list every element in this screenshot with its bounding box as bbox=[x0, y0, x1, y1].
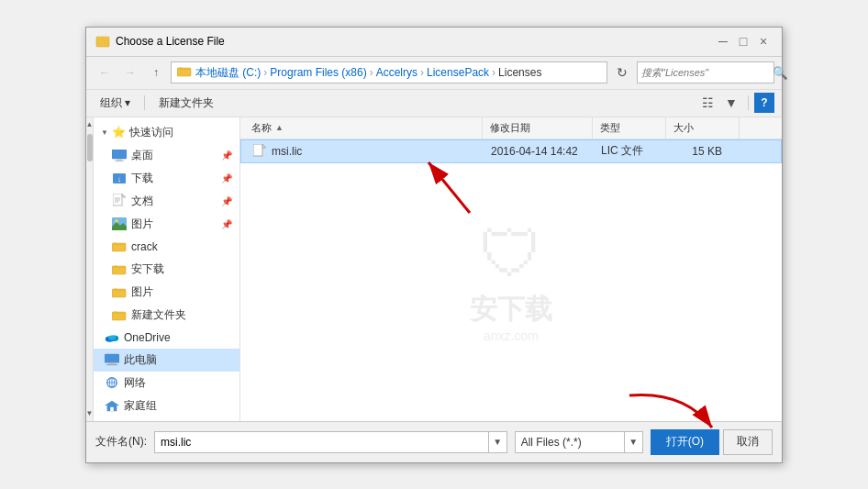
cancel-button[interactable]: 取消 bbox=[723, 429, 773, 455]
search-button[interactable]: 🔍 bbox=[773, 62, 788, 83]
sidebar-scrollbar[interactable]: ▲ ▼ bbox=[86, 117, 94, 421]
svg-rect-24 bbox=[106, 364, 117, 365]
scroll-up-arrow[interactable]: ▲ bbox=[86, 117, 93, 132]
close-button[interactable]: × bbox=[754, 32, 773, 50]
filetype-arrow-icon[interactable]: ▼ bbox=[624, 432, 642, 452]
breadcrumb-bar: 本地磁盘 (C:) › Program Files (x86) › Accelr… bbox=[171, 61, 607, 83]
sidebar-item-documents-label: 文档 bbox=[131, 194, 153, 209]
col-header-name[interactable]: 名称 ▲ bbox=[244, 117, 483, 139]
filename-input[interactable] bbox=[155, 436, 488, 449]
filetype-select[interactable]: All Files (*.*) ▼ bbox=[515, 431, 643, 453]
file-date-text: 2016-04-14 14:42 bbox=[491, 145, 578, 158]
sidebar-item-onedrive-label: OneDrive bbox=[124, 331, 171, 344]
svg-point-21 bbox=[108, 335, 116, 339]
sidebar-item-documents[interactable]: 文档 📌 bbox=[94, 190, 239, 213]
view-grid-button[interactable]: ☷ bbox=[696, 92, 718, 114]
scroll-thumb bbox=[87, 134, 93, 161]
sidebar-item-homegroup-label: 家庭组 bbox=[124, 398, 157, 414]
file-list-area: 名称 ▲ 修改日期 类型 大小 🛡 安下载 anxz bbox=[240, 117, 782, 421]
sidebar-item-network[interactable]: 网络 bbox=[94, 372, 239, 395]
sidebar-item-crack[interactable]: crack bbox=[94, 236, 239, 258]
breadcrumb-item-licenses: Licenses bbox=[498, 66, 541, 79]
breadcrumb-item-licensepack[interactable]: LicensePack bbox=[427, 66, 489, 79]
svg-marker-29 bbox=[105, 401, 119, 406]
documents-icon bbox=[112, 194, 127, 208]
pin-icon-documents: 📌 bbox=[221, 196, 232, 206]
organize-button[interactable]: 组织 ▾ bbox=[94, 93, 137, 114]
breadcrumb-item-accelrys[interactable]: Accelrys bbox=[376, 66, 417, 79]
svg-rect-31 bbox=[110, 407, 114, 411]
breadcrumb-item-c[interactable]: 本地磁盘 (C:) bbox=[195, 65, 261, 81]
main-content: ▲ ▼ ▼ ⭐ 快速访问 桌面 📌 bbox=[86, 117, 782, 421]
pictures2-folder-icon bbox=[112, 284, 127, 299]
col-header-type[interactable]: 类型 bbox=[593, 117, 666, 139]
col-header-size[interactable]: 大小 bbox=[666, 117, 740, 139]
view-dropdown-button[interactable]: ▼ bbox=[720, 92, 742, 114]
action-buttons: 打开(O) 取消 bbox=[651, 429, 773, 455]
svg-rect-2 bbox=[112, 150, 127, 159]
sidebar-item-onedrive[interactable]: OneDrive bbox=[94, 327, 239, 349]
filename-label: 文件名(N): bbox=[95, 434, 147, 450]
filename-dropdown-button[interactable]: ▼ bbox=[488, 432, 506, 452]
dialog-icon bbox=[95, 34, 110, 49]
open-button[interactable]: 打开(O) bbox=[651, 429, 719, 455]
minimize-button[interactable]: ─ bbox=[714, 32, 732, 50]
breadcrumb-item-folder-icon bbox=[177, 65, 192, 80]
dialog-title: Choose a License File bbox=[116, 35, 225, 48]
collapse-arrow: ▼ bbox=[101, 128, 108, 137]
scroll-down-arrow[interactable]: ▼ bbox=[86, 406, 93, 421]
sidebar-item-pictures2-label: 图片 bbox=[131, 284, 153, 300]
sidebar-item-anzaixia[interactable]: 安下载 bbox=[94, 258, 239, 281]
sidebar-item-pictures2[interactable]: 图片 bbox=[94, 281, 239, 304]
view-buttons: ☷ ▼ ? bbox=[696, 92, 774, 114]
file-list: 🛡 安下载 anxz.com bbox=[240, 139, 782, 421]
svg-rect-4 bbox=[115, 161, 124, 161]
forward-button[interactable]: → bbox=[119, 61, 141, 83]
back-button[interactable]: ← bbox=[94, 61, 116, 83]
breadcrumb-item-programfiles[interactable]: Program Files (x86) bbox=[270, 66, 366, 79]
network-icon bbox=[105, 375, 119, 390]
lic-file-icon bbox=[252, 144, 267, 159]
col-type-text: 类型 bbox=[600, 121, 620, 135]
col-header-date[interactable]: 修改日期 bbox=[483, 117, 593, 139]
onedrive-icon bbox=[105, 330, 119, 345]
watermark-shield-icon: 🛡 bbox=[470, 217, 552, 291]
search-input[interactable] bbox=[638, 67, 773, 78]
refresh-button[interactable]: ↻ bbox=[611, 61, 633, 83]
sidebar-item-newfolder-label: 新建文件夹 bbox=[131, 307, 186, 323]
search-box: 🔍 bbox=[637, 61, 774, 83]
quick-access-group[interactable]: ▼ ⭐ 快速访问 bbox=[94, 121, 239, 144]
col-name-text: 名称 bbox=[251, 121, 272, 135]
open-button-label: 打开(O) bbox=[666, 434, 704, 450]
quick-access-label: ⭐ bbox=[112, 126, 126, 139]
file-list-header: 名称 ▲ 修改日期 类型 大小 bbox=[240, 117, 782, 139]
sidebar-item-homegroup[interactable]: 家庭组 bbox=[94, 395, 239, 417]
sidebar-item-pictures[interactable]: 图片 📌 bbox=[94, 213, 239, 236]
filetype-text: All Files (*.*) bbox=[516, 436, 624, 449]
downloads-icon: ↓ bbox=[112, 171, 127, 185]
sidebar-item-downloads[interactable]: ↓ 下载 📌 bbox=[94, 167, 239, 190]
sidebar-item-pictures-label: 图片 bbox=[131, 217, 153, 232]
new-folder-button[interactable]: 新建文件夹 bbox=[152, 93, 220, 114]
svg-rect-3 bbox=[117, 159, 122, 161]
maximize-button[interactable]: □ bbox=[734, 32, 752, 50]
sidebar-item-network-label: 网络 bbox=[124, 375, 146, 391]
pin-icon-desktop: 📌 bbox=[221, 150, 232, 161]
help-button[interactable]: ? bbox=[754, 93, 774, 113]
sidebar-container: ▲ ▼ ▼ ⭐ 快速访问 桌面 📌 bbox=[86, 117, 240, 421]
sidebar-item-desktop[interactable]: 桌面 📌 bbox=[94, 144, 239, 167]
title-bar-left: Choose a License File bbox=[95, 34, 225, 49]
svg-rect-22 bbox=[105, 354, 119, 363]
svg-rect-34 bbox=[253, 144, 262, 156]
sidebar-item-newfolder[interactable]: 新建文件夹 bbox=[94, 304, 239, 327]
svg-text:↓: ↓ bbox=[117, 174, 122, 183]
up-button[interactable]: ↑ bbox=[145, 61, 167, 83]
file-item-msilic[interactable]: msi.lic 2016-04-14 14:42 LIC 文件 15 KB bbox=[240, 139, 782, 163]
sidebar-item-this-pc[interactable]: 此电脑 bbox=[94, 349, 239, 372]
sort-arrow: ▲ bbox=[275, 123, 284, 132]
organize-label: 组织 ▾ bbox=[100, 95, 130, 111]
file-type-text: LIC 文件 bbox=[601, 143, 643, 159]
title-bar: Choose a License File ─ □ × bbox=[86, 28, 782, 57]
new-folder-label: 新建文件夹 bbox=[159, 96, 214, 109]
navigation-toolbar: ← → ↑ 本地磁盘 (C:) › Program Files (x86) › … bbox=[86, 57, 782, 90]
